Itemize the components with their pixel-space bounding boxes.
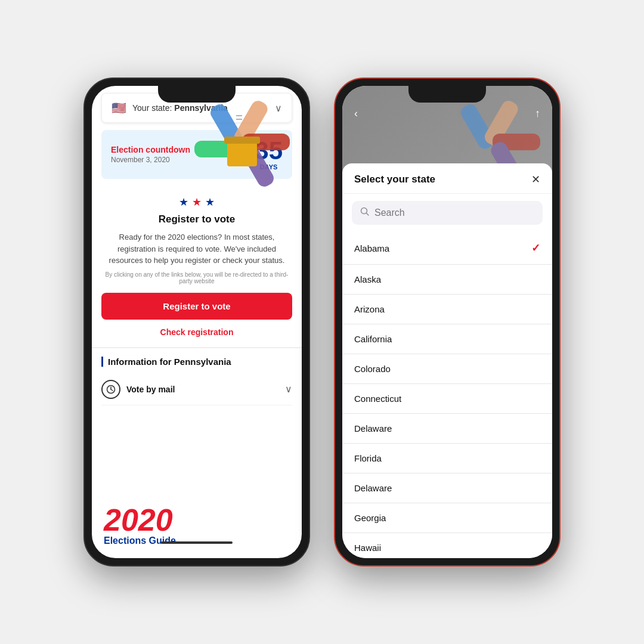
state-item-name: Arizona [354, 304, 385, 314]
state-item-name: Hawaii [354, 543, 381, 553]
modal-title: Select your state [354, 174, 435, 185]
state-list-item[interactable]: Arizona [342, 295, 552, 324]
countdown-title: Election countdown [111, 145, 190, 154]
state-list-item[interactable]: Connecticut [342, 384, 552, 414]
state-item-name: Delaware [354, 483, 392, 493]
state-item-name: Alabama [354, 243, 389, 253]
svg-line-11 [111, 389, 113, 391]
notch-2 [408, 86, 486, 103]
state-selector-modal: Select your state ✕ Alabama✓AlaskaArizon… [342, 163, 552, 558]
search-box[interactable] [352, 201, 543, 225]
state-item-name: Delaware [354, 423, 392, 434]
svg-rect-6 [224, 137, 260, 144]
state-list-item[interactable]: Delaware [342, 414, 552, 444]
register-section: ★ ★ ★ Register to vote Ready for the 202… [92, 186, 302, 348]
share-button-1[interactable]: ↑ [284, 107, 290, 120]
state-list-item[interactable]: Alabama✓ [342, 232, 552, 265]
chevron-right-icon: ∨ [285, 383, 292, 395]
banner-subtitle: Elections Guide [104, 535, 176, 546]
nav-bar-1: ‹ ↑ [92, 103, 302, 125]
state-list-item[interactable]: Hawaii [342, 533, 552, 558]
state-list-item[interactable]: Delaware [342, 473, 552, 503]
state-item-name: Georgia [354, 513, 386, 523]
state-list-item[interactable]: California [342, 324, 552, 354]
state-item-name: Florida [354, 453, 382, 463]
register-button[interactable]: Register to vote [101, 293, 292, 320]
back-button-1[interactable]: ‹ [104, 107, 107, 120]
state-list-item[interactable]: Georgia [342, 503, 552, 533]
banner-year: 2020 [104, 504, 176, 535]
close-button[interactable]: ✕ [531, 173, 540, 186]
home-indicator-1 [161, 541, 233, 544]
countdown-left: Election countdown November 3, 2020 [111, 145, 190, 164]
state-list-item[interactable]: Colorado [342, 354, 552, 384]
share-button-2[interactable]: ↑ [535, 107, 540, 120]
nav-bar-2: ‹ ↑ [342, 103, 552, 125]
register-desc: Ready for the 2020 elections? In most st… [101, 231, 292, 267]
svg-line-17 [367, 213, 369, 216]
search-icon [360, 207, 370, 219]
info-section-title: Information for Pennsylvania [101, 357, 292, 367]
clock-icon [101, 380, 120, 399]
countdown-date: November 3, 2020 [111, 156, 190, 164]
state-item-name: California [354, 334, 392, 344]
state-item-name: Connecticut [354, 394, 401, 404]
vote-by-mail-label: Vote by mail [126, 385, 175, 394]
register-title: Register to vote [101, 213, 292, 225]
vote-by-mail-item[interactable]: Vote by mail ∨ [101, 374, 292, 405]
state-selected-checkmark: ✓ [531, 242, 540, 255]
check-registration-button[interactable]: Check registration [160, 327, 234, 337]
register-disclaimer: By clicking on any of the links below, y… [101, 271, 292, 284]
modal-header: Select your state ✕ [342, 163, 552, 194]
state-item-name: Colorado [354, 364, 391, 374]
state-list-item[interactable]: Alaska [342, 265, 552, 295]
state-list-item[interactable]: Florida [342, 444, 552, 473]
state-item-name: Alaska [354, 274, 381, 284]
notch-1 [158, 86, 236, 103]
states-list: Alabama✓AlaskaArizonaCaliforniaColoradoC… [342, 232, 552, 558]
phone-1: ‹ ↑ 2020 Elections Guide [83, 78, 310, 566]
back-button-2[interactable]: ‹ [354, 107, 358, 120]
phone-2: ‹ ↑ 2020 [334, 78, 561, 566]
banner-title-1: 2020 Elections Guide [104, 504, 176, 546]
info-section: Information for Pennsylvania Vote by mai… [92, 348, 302, 414]
search-input[interactable] [374, 208, 534, 218]
